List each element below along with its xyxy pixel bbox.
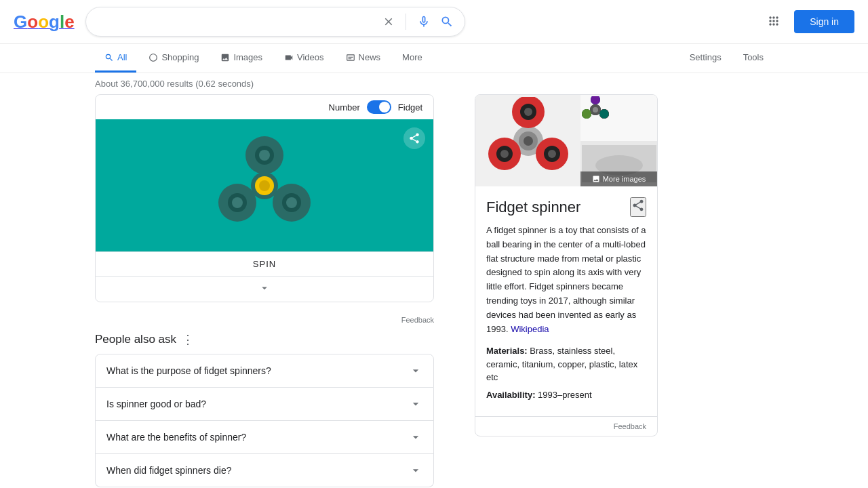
svg-point-35: [591, 96, 600, 104]
spin-button[interactable]: SPIN: [96, 251, 433, 276]
svg-point-37: [599, 109, 609, 119]
spinner-header: Number Fidget: [96, 95, 433, 119]
tab-videos-label: Videos: [297, 52, 324, 62]
share-icon: [631, 199, 645, 212]
signin-button[interactable]: Sign in: [794, 10, 854, 33]
toggle-knob: [379, 102, 390, 113]
svg-point-23: [524, 136, 533, 146]
main-content: Number Fidget: [0, 94, 868, 488]
people-also-ask-section: People also ask ⋮ What is the purpose of…: [95, 332, 434, 487]
right-column: More images Fidget spinner A fidget spin…: [475, 94, 658, 488]
kp-title-row: Fidget spinner: [486, 197, 646, 217]
paa-question-3: What are the benefits of spinner?: [106, 432, 246, 443]
header-right: Sign in: [762, 9, 854, 35]
svg-point-38: [593, 107, 598, 113]
results-count: About 36,700,000 results (0.62 seconds): [0, 73, 868, 94]
search-submit-button[interactable]: [439, 14, 455, 30]
search-input[interactable]: fidget spinner: [96, 16, 381, 28]
close-icon: [382, 16, 395, 28]
chevron-down-icon: [258, 282, 271, 294]
kp-feedback[interactable]: Feedback: [475, 416, 657, 436]
clear-search-button[interactable]: [381, 14, 396, 29]
spinner-graphic: [197, 125, 332, 247]
paa-header: People also ask ⋮: [95, 332, 434, 347]
share-spinner-button[interactable]: [403, 127, 425, 149]
google-logo[interactable]: Google: [14, 12, 75, 33]
tab-images-label: Images: [233, 52, 262, 62]
kp-bottom-image[interactable]: More images: [580, 141, 657, 186]
fidget-spinner-image: [481, 97, 576, 185]
colorful-spinners-image: [582, 96, 656, 140]
knowledge-panel: More images Fidget spinner A fidget spin…: [475, 94, 658, 436]
header: Google fidget spinner: [0, 0, 868, 44]
materials-label: Materials:: [486, 346, 528, 356]
chevron-down-icon: [409, 464, 422, 477]
toggle-switch[interactable]: [367, 100, 391, 114]
tab-news[interactable]: News: [336, 44, 391, 73]
spinner-expand-button[interactable]: [96, 276, 433, 302]
microphone-icon: [417, 15, 431, 28]
more-images-label: More images: [603, 175, 646, 183]
images-icon: [220, 53, 230, 62]
svg-point-21: [548, 150, 556, 158]
kp-images: More images: [475, 95, 657, 186]
chevron-down-icon: [409, 397, 422, 411]
settings-label: Settings: [690, 52, 722, 62]
spinner-feedback[interactable]: Feedback: [95, 313, 434, 332]
search-tab-icon: [104, 53, 114, 62]
paa-item[interactable]: Is spinner good or bad?: [95, 388, 434, 421]
tools-link[interactable]: Tools: [734, 44, 773, 73]
paa-question-4: When did fidget spinners die?: [106, 465, 231, 476]
wikipedia-link[interactable]: Wikipedia: [511, 324, 549, 334]
tab-news-label: News: [359, 52, 381, 62]
more-images-overlay[interactable]: More images: [580, 171, 657, 186]
availability-value: 1993–present: [538, 390, 592, 400]
paa-item[interactable]: When did fidget spinners die?: [95, 454, 434, 487]
nav-tabs: All Shopping Images Videos News More Set…: [0, 44, 868, 73]
tab-images[interactable]: Images: [211, 44, 272, 73]
tab-all[interactable]: All: [95, 44, 136, 73]
shopping-icon: [149, 53, 158, 62]
tab-shopping[interactable]: Shopping: [139, 44, 208, 73]
left-column: Number Fidget: [95, 94, 434, 488]
videos-icon: [284, 53, 294, 62]
tools-label: Tools: [743, 52, 764, 62]
news-icon: [346, 53, 355, 62]
tab-all-label: All: [117, 52, 127, 62]
paa-item[interactable]: What are the benefits of spinner?: [95, 421, 434, 454]
svg-point-36: [582, 109, 591, 119]
chevron-down-icon: [409, 364, 422, 378]
paa-options-button[interactable]: ⋮: [182, 332, 194, 347]
svg-point-8: [232, 197, 243, 208]
kp-side-images: More images: [580, 95, 657, 186]
voice-search-button[interactable]: [416, 14, 432, 30]
settings-link[interactable]: Settings: [680, 44, 731, 73]
svg-point-19: [524, 108, 532, 116]
kp-title: Fidget spinner: [486, 199, 580, 216]
kp-fact-materials: Materials: Brass, stainless steel, ceram…: [486, 344, 646, 384]
svg-point-9: [286, 197, 297, 208]
paa-question-2: Is spinner good or bad?: [106, 399, 206, 409]
apps-button[interactable]: [762, 9, 786, 35]
kp-body: Fidget spinner A fidget spinner is a toy…: [475, 186, 657, 416]
kp-top-image[interactable]: [580, 95, 657, 141]
kp-main-image[interactable]: [475, 95, 580, 186]
search-icon: [440, 15, 454, 28]
search-box: fidget spinner: [85, 7, 465, 37]
image-icon: [592, 175, 600, 183]
paa-item[interactable]: What is the purpose of fidget spinners?: [95, 354, 434, 388]
svg-point-7: [259, 150, 270, 161]
kp-fact-availability: Availability: 1993–present: [486, 388, 646, 402]
spinner-card: Number Fidget: [95, 94, 434, 302]
chevron-down-icon: [409, 430, 422, 444]
number-label: Number: [329, 102, 360, 113]
tab-videos[interactable]: Videos: [275, 44, 334, 73]
kp-facts: Materials: Brass, stainless steel, ceram…: [486, 344, 646, 401]
kp-description: A fidget spinner is a toy that consists …: [486, 224, 646, 336]
paa-title: People also ask: [95, 333, 176, 346]
tab-more[interactable]: More: [393, 44, 432, 73]
tab-shopping-label: Shopping: [161, 52, 199, 62]
kp-share-button[interactable]: [630, 197, 646, 217]
spinner-canvas: [96, 119, 433, 251]
svg-point-20: [500, 150, 509, 158]
